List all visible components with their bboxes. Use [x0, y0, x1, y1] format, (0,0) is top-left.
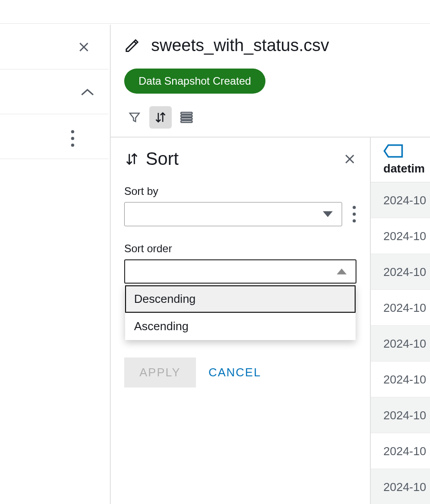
svg-marker-22 — [384, 145, 402, 157]
more-vertical-icon[interactable] — [70, 130, 75, 147]
table-row[interactable]: 2024-10 — [371, 469, 430, 504]
file-header: sweets_with_status.csv — [111, 25, 430, 55]
toolbar — [123, 106, 430, 129]
dropdown-option-ascending[interactable]: Ascending — [125, 313, 356, 340]
edit-icon[interactable] — [124, 37, 141, 54]
table-row[interactable]: 2024-10 — [371, 254, 430, 290]
column-header-label: datetim — [383, 162, 425, 175]
dropdown-option-descending[interactable]: Descending — [125, 285, 356, 313]
sidebar-collapse-row — [0, 69, 109, 114]
svg-line-5 — [134, 41, 136, 43]
file-title: sweets_with_status.csv — [151, 36, 329, 55]
svg-point-3 — [71, 137, 74, 140]
svg-marker-21 — [337, 268, 347, 274]
sort-panel-header: Sort — [124, 149, 356, 169]
left-sidebar — [0, 25, 109, 504]
svg-point-20 — [352, 219, 356, 222]
svg-rect-12 — [181, 121, 192, 123]
sort-panel: Sort Sort by Sort — [111, 137, 371, 504]
sort-button[interactable] — [149, 106, 172, 129]
table-row[interactable]: 2024-10 — [371, 218, 430, 254]
data-table: datetim 2024-10 2024-10 2024-10 2024-10 … — [371, 137, 430, 504]
sort-icon — [124, 151, 139, 167]
sort-order-select[interactable]: Descending Ascending — [124, 259, 356, 284]
sort-by-label: Sort by — [124, 185, 356, 198]
status-badge: Data Snapshot Created — [124, 69, 265, 94]
sort-actions: APPLY CANCEL — [124, 358, 356, 388]
svg-rect-11 — [181, 118, 192, 120]
svg-marker-6 — [130, 113, 139, 122]
sort-order-dropdown: Descending Ascending — [125, 285, 356, 340]
svg-point-18 — [352, 206, 356, 209]
filter-button[interactable] — [123, 106, 146, 129]
sort-panel-title: Sort — [146, 149, 178, 169]
tag-icon — [383, 144, 430, 158]
sort-by-select[interactable] — [124, 202, 342, 226]
table-row[interactable]: 2024-10 — [371, 362, 430, 397]
cancel-button[interactable]: CANCEL — [208, 366, 261, 379]
svg-point-2 — [71, 130, 74, 134]
svg-rect-9 — [181, 112, 192, 114]
table-row[interactable]: 2024-10 — [371, 182, 430, 218]
table-row[interactable]: 2024-10 — [371, 326, 430, 362]
table-row[interactable]: 2024-10 — [371, 397, 430, 433]
caret-up-icon — [337, 268, 347, 275]
svg-rect-10 — [181, 115, 192, 117]
table-row[interactable]: 2024-10 — [371, 433, 430, 469]
column-header[interactable]: datetim — [371, 138, 430, 182]
close-icon[interactable] — [77, 40, 91, 54]
svg-point-4 — [71, 143, 74, 146]
svg-marker-17 — [323, 211, 333, 217]
apply-button[interactable]: APPLY — [124, 358, 196, 388]
rows-button[interactable] — [175, 106, 198, 129]
main-content: sweets_with_status.csv Data Snapshot Cre… — [110, 25, 430, 504]
table-row[interactable]: 2024-10 — [371, 290, 430, 326]
chevron-up-icon[interactable] — [80, 87, 95, 97]
sort-by-more-icon[interactable] — [352, 206, 356, 223]
close-panel-icon[interactable] — [343, 152, 356, 166]
sidebar-header-row — [0, 25, 109, 69]
sort-order-label: Sort order — [124, 242, 356, 255]
top-divider — [0, 23, 430, 24]
caret-down-icon — [323, 211, 333, 217]
svg-point-19 — [352, 212, 356, 215]
sidebar-item-row — [0, 114, 109, 159]
